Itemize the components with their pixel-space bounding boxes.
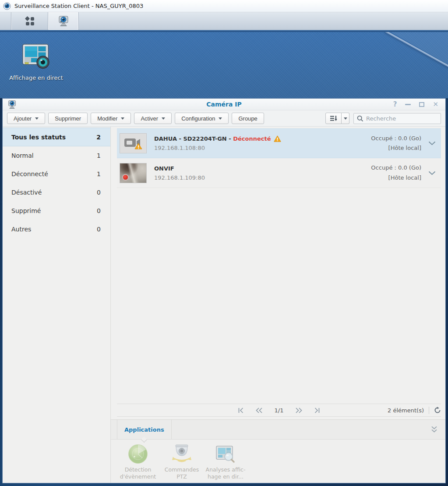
- camera-name: DAHUA - SD22204T-GN: [154, 135, 227, 142]
- camera-list: DAHUA - SD22204T-GN - Déconnecté 192.168…: [111, 127, 445, 404]
- page-indicator: 1/1: [275, 407, 284, 414]
- sort-button[interactable]: [325, 113, 342, 124]
- minimize-button[interactable]: [405, 104, 411, 105]
- help-button[interactable]: ?: [393, 100, 397, 108]
- ip-camera-icon: [58, 15, 69, 27]
- sidebar-item-normal[interactable]: Normal 1: [3, 146, 110, 165]
- dropdown-caret-icon: [35, 117, 39, 120]
- sidebar-item-all-statuses[interactable]: Tous les statuts 2: [3, 128, 110, 146]
- camera-host: [Hôte local]: [371, 173, 421, 183]
- pagination-bar: 1/1 2 élément(s): [117, 404, 441, 417]
- last-page-icon[interactable]: [314, 408, 320, 413]
- close-button[interactable]: ✕: [433, 100, 438, 108]
- collapse-panel-icon[interactable]: [431, 426, 437, 433]
- edit-button[interactable]: Modifier: [91, 113, 131, 124]
- warning-triangle-icon: [135, 143, 142, 149]
- search-box: [353, 113, 441, 124]
- status-count: 0: [97, 226, 101, 233]
- camera-toolbar: Ajouter Supprimer Modifier Activer Confi…: [3, 110, 445, 127]
- apps-grid-icon: [24, 15, 35, 27]
- chevron-down-icon[interactable]: [428, 141, 436, 145]
- table-row-onvif[interactable]: ONVIF 192.168.1.109:80 Occupé : 0.0 (Go)…: [117, 158, 441, 188]
- sidebar-item-others[interactable]: Autres 0: [3, 220, 110, 238]
- chevron-down-icon[interactable]: [428, 171, 436, 175]
- app-label: Détection d'évènement: [116, 466, 160, 481]
- warning-triangle-icon: [274, 135, 281, 142]
- first-page-icon[interactable]: [238, 408, 244, 413]
- dropdown-caret-icon: [162, 117, 165, 120]
- sidebar-item-disabled[interactable]: Désactivé 0: [3, 183, 110, 202]
- os-titlebar: Surveillance Station Client - NAS_GUYR_0…: [0, 0, 448, 12]
- camera-ip-address: 192.168.1.109:80: [154, 174, 205, 181]
- sort-split-button: [325, 113, 349, 124]
- status-count: 1: [97, 152, 101, 159]
- camera-storage-used: Occupé : 0.0 (Go): [371, 163, 421, 173]
- banner-diagonal-highlight: [0, 32, 448, 98]
- sidebar-item-disconnected[interactable]: Déconnecté 1: [3, 165, 110, 183]
- recording-indicator-icon: [122, 174, 129, 181]
- dropdown-caret-icon: [344, 117, 347, 120]
- delete-button[interactable]: Supprimer: [48, 113, 88, 124]
- dropdown-caret-icon: [121, 117, 124, 120]
- applications-tray: Détection d'évènement: [111, 440, 445, 483]
- live-view-icon: [22, 44, 50, 69]
- shortcut-label: Affichage en direct: [9, 74, 63, 81]
- camera-thumbnail-placeholder: [120, 133, 147, 153]
- window-controls: ? ✕: [393, 99, 438, 110]
- table-row-dahua[interactable]: DAHUA - SD22204T-GN - Déconnecté 192.168…: [117, 128, 441, 158]
- app-label: Commandes PTZ: [160, 466, 204, 481]
- camera-window-titlebar: Caméra IP ? ✕: [3, 99, 445, 110]
- tab-ip-camera[interactable]: [48, 12, 79, 30]
- configuration-button[interactable]: Configuration: [175, 113, 229, 124]
- tab-applications[interactable]: Applications: [117, 420, 172, 439]
- camera-ip-window: Caméra IP ? ✕ Ajouter Supprimer Modifier…: [2, 98, 446, 483]
- status-count: 0: [97, 189, 101, 196]
- surveillance-station-app-icon: [3, 2, 11, 10]
- camera-host: [Hôte local]: [371, 143, 421, 153]
- status-sidebar: Tous les statuts 2 Normal 1 Déconnecté 1…: [3, 127, 111, 483]
- camera-name: ONVIF: [154, 165, 174, 172]
- application-tabbar: [0, 12, 448, 30]
- camera-list-panel: DAHUA - SD22204T-GN - Déconnecté 192.168…: [111, 127, 445, 483]
- group-button[interactable]: Groupe: [232, 113, 264, 124]
- app-event-detection[interactable]: Détection d'évènement: [116, 444, 160, 483]
- app-ptz-commands[interactable]: Commandes PTZ: [160, 444, 204, 483]
- desktop-banner: Affichage en direct: [0, 32, 448, 98]
- dropdown-caret-icon: [219, 117, 222, 120]
- camera-thumbnail-snapshot: [120, 163, 147, 183]
- sidebar-item-deleted[interactable]: Supprimé 0: [3, 202, 110, 220]
- camera-ip-address: 192.168.1.108:80: [154, 145, 281, 151]
- maximize-button[interactable]: [419, 102, 424, 107]
- app-live-analytics[interactable]: Analyses affic- hage en dir...: [204, 444, 247, 483]
- sort-dropdown-button[interactable]: [342, 113, 349, 124]
- ptz-dome-camera-icon: [172, 444, 192, 464]
- shortcut-live-view[interactable]: Affichage en direct: [9, 44, 63, 81]
- page-title: Caméra IP: [3, 101, 445, 108]
- window-title-text: Surveillance Station Client - NAS_GUYR_0…: [14, 3, 143, 9]
- previous-page-icon[interactable]: [256, 408, 263, 413]
- status-separator: -: [227, 135, 233, 142]
- tab-main-menu[interactable]: [11, 12, 48, 30]
- next-page-icon[interactable]: [295, 408, 302, 413]
- add-button[interactable]: Ajouter: [7, 113, 45, 124]
- status-count: 0: [97, 207, 101, 214]
- status-badge: Déconnecté: [233, 135, 271, 142]
- enable-button[interactable]: Activer: [134, 113, 172, 124]
- ip-camera-icon: [7, 100, 17, 109]
- search-icon: [357, 115, 363, 122]
- live-analytics-icon: [215, 444, 236, 464]
- app-label: Analyses affic- hage en dir...: [204, 466, 247, 481]
- applications-panel: Applications: [111, 419, 445, 483]
- camera-storage-used: Occupé : 0.0 (Go): [371, 134, 421, 143]
- applications-bar: Applications: [111, 419, 445, 440]
- event-detection-radar-icon: [128, 444, 148, 464]
- sort-list-icon: [330, 115, 337, 121]
- status-count: 1: [97, 170, 101, 177]
- search-input[interactable]: [366, 115, 437, 122]
- status-count: 2: [96, 134, 101, 141]
- camera-window-body: Tous les statuts 2 Normal 1 Déconnecté 1…: [3, 127, 445, 483]
